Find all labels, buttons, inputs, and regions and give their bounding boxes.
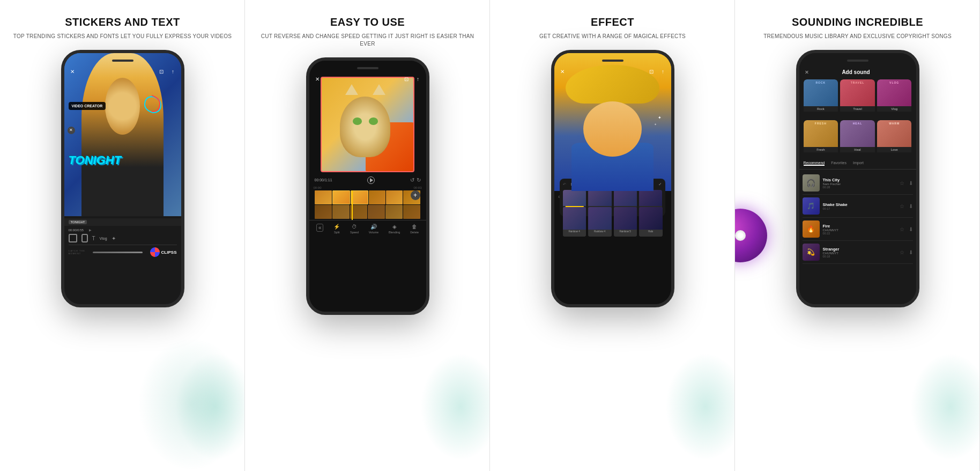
phone-effect: ✕ ⊡ ↑ ✦ ✦ 00:09/0:14 xyxy=(551,50,674,307)
tool-sticker[interactable]: ✦ xyxy=(112,235,116,241)
genre-heal-label: Heal xyxy=(840,147,875,152)
fullscreen-icon-3[interactable]: ⊡ xyxy=(648,68,655,75)
tool-blending-btn[interactable]: ◈ Blending xyxy=(389,224,400,234)
tab-favorites[interactable]: Favorites xyxy=(831,161,847,166)
volume-icon: 🔊 xyxy=(370,224,377,230)
download-icon-2[interactable]: ⬇ xyxy=(909,203,913,209)
favorite-icon-1[interactable]: ☆ xyxy=(900,180,904,186)
tool-text[interactable]: T xyxy=(92,235,95,241)
effect-label-6: Rainbow 4 xyxy=(588,230,612,233)
panel-stickers: STICKERS AND TEXT TOP TRENDING STICKERS … xyxy=(0,0,245,471)
panel-easy-title: EASY TO USE xyxy=(330,16,405,28)
effect-label-7: Rainbow 5 xyxy=(614,230,637,233)
timeline-slider[interactable] xyxy=(93,252,143,253)
tool-vlog[interactable]: Vlog xyxy=(100,237,107,240)
genre-fresh-thumb: FRESH xyxy=(804,120,838,147)
playback-controls-easy: 00:00/1:11 ↺ ↻ xyxy=(309,174,426,186)
music-tabs: Recommend Favorites Import xyxy=(799,161,916,170)
add-clip-button[interactable]: + xyxy=(411,190,420,200)
effect-thumb-4 xyxy=(639,190,662,206)
effect-rainbow4b[interactable]: Rainbow 4 xyxy=(588,207,612,237)
remove-sticker-btn[interactable]: ✕ xyxy=(68,127,75,134)
brand-label-2: MOMENT xyxy=(69,252,86,255)
fullscreen-icon-2[interactable]: ⊡ xyxy=(403,75,410,83)
phone-speaker-3 xyxy=(602,60,623,62)
genre-love[interactable]: WARM Love xyxy=(877,120,912,158)
effect-rainbow5[interactable]: Rainbow 5 xyxy=(614,207,637,237)
stickers-controls: TONIGHT 00:00/0:55 ▶ T xyxy=(64,216,181,304)
effect-rainbow4a[interactable]: Rainbow 4 xyxy=(563,207,586,237)
song-thumb-3: 🔥 xyxy=(803,220,820,238)
song-actions-3: ☆ ⬇ xyxy=(900,226,913,232)
genre-love-thumb: WARM xyxy=(877,120,912,147)
toolbar-stickers: T Vlog ✦ xyxy=(69,234,177,242)
genre-fresh[interactable]: FRESH Fresh xyxy=(804,120,838,158)
effect-label-8: Halo xyxy=(639,230,663,233)
genre-vlog[interactable]: VLOG Vlog xyxy=(877,79,912,117)
tool-speed-btn[interactable]: ⏱ Speed xyxy=(350,224,359,234)
app-logo-icon xyxy=(150,247,160,257)
share-icon-1[interactable]: ↑ xyxy=(169,68,177,75)
undo-icon[interactable]: ↺ xyxy=(410,177,414,183)
tool-split-btn[interactable]: ⚡ Split xyxy=(333,224,340,234)
genre-travel[interactable]: TRAVEL Travel xyxy=(840,79,875,117)
genre-travel-label: Travel xyxy=(840,106,875,112)
share-icon-3[interactable]: ↑ xyxy=(659,68,667,75)
tool-square[interactable] xyxy=(69,234,77,242)
effect-check-icon[interactable]: ✓ xyxy=(658,182,662,187)
share-icon-2[interactable]: ↑ xyxy=(414,75,422,83)
close-icon-1[interactable]: ✕ xyxy=(69,68,76,75)
strip-cell-3 xyxy=(351,190,368,204)
song-item-1: 🎧 This City Sam Fischer 00:28 ☆ ⬇ xyxy=(803,172,913,195)
genre-rock-thumb: ROCK xyxy=(804,79,838,106)
song-duration-4: 00:18 xyxy=(823,255,896,258)
strip-cell-9 xyxy=(350,205,367,219)
phone-header-effect: ✕ ⊡ ↑ xyxy=(554,65,671,78)
tool-delete-btn[interactable]: 🗑 Delete xyxy=(410,224,419,234)
genre-vlog-thumb: VLOG xyxy=(877,79,912,106)
close-icon-2[interactable]: ✕ xyxy=(314,75,321,83)
favorite-icon-4[interactable]: ☆ xyxy=(900,249,904,255)
redo-icon[interactable]: ↻ xyxy=(417,177,421,183)
effect-thumb-3 xyxy=(614,190,637,206)
genre-grid-1: ROCK Rock TRAVEL Travel VLOG Vlog xyxy=(799,79,916,120)
effect-back-icon[interactable]: ↶ xyxy=(563,182,566,187)
song-duration-1: 00:28 xyxy=(823,186,896,189)
close-icon-3[interactable]: ✕ xyxy=(559,68,566,75)
panel-easy-subtitle: CUT REVERSE AND CHANGE SPEED GETTING IT … xyxy=(253,33,482,48)
genre-heal-thumb: HEAL xyxy=(840,120,875,147)
bottom-tools-easy: « ⚡ Split ⏱ Speed 🔊 Volume ◈ Blending xyxy=(309,220,426,237)
song-thumb-icon-1: 🎧 xyxy=(806,179,815,187)
close-icon-4[interactable]: ✕ xyxy=(805,70,809,75)
cat-ear-left xyxy=(345,84,358,95)
sticker-icon: ✦ xyxy=(112,235,116,241)
tool-phone[interactable] xyxy=(81,234,88,242)
tab-recommend[interactable]: Recommend xyxy=(804,161,825,166)
favorite-icon-2[interactable]: ☆ xyxy=(900,203,904,209)
genre-rock[interactable]: ROCK Rock xyxy=(804,79,838,117)
song-thumb-4: 💫 xyxy=(803,244,820,261)
song-info-2: Shake Shake 00:17 xyxy=(823,202,896,210)
song-title-3: Fire xyxy=(823,224,896,229)
phone-sound: ✕ Add sound ROCK Rock TRAVEL Travel xyxy=(796,50,919,307)
fullscreen-icon-1[interactable]: ⊡ xyxy=(158,68,165,75)
favorite-icon-3[interactable]: ☆ xyxy=(900,226,904,232)
blending-label: Blending xyxy=(389,231,400,234)
tab-import[interactable]: Import xyxy=(853,161,864,166)
download-icon-4[interactable]: ⬇ xyxy=(909,249,913,255)
tool-volume-btn[interactable]: 🔊 Volume xyxy=(369,224,378,234)
effect-thumb-2 xyxy=(588,190,611,206)
phone-screen-easy: ✕ ⊡ ↑ xyxy=(309,61,426,312)
tool-back-btn[interactable]: « xyxy=(316,224,324,234)
song-duration-3: 00:22 xyxy=(823,232,896,235)
vinyl-disc-decoration xyxy=(735,209,767,262)
download-icon-1[interactable]: ⬇ xyxy=(909,180,913,186)
phone-easy: ✕ ⊡ ↑ xyxy=(306,57,429,315)
genre-heal[interactable]: HEAL Heal xyxy=(840,120,875,158)
speed-icon: ⏱ xyxy=(352,224,357,230)
effect-thumb-8 xyxy=(639,207,663,229)
download-icon-3[interactable]: ⬇ xyxy=(909,226,913,232)
effect-halo[interactable]: Halo xyxy=(639,207,663,237)
panel-sound-subtitle: TREMENDOUS MUSIC LIBRARY AND EXCLUSIVE C… xyxy=(763,33,952,40)
play-button-easy[interactable] xyxy=(367,176,375,184)
